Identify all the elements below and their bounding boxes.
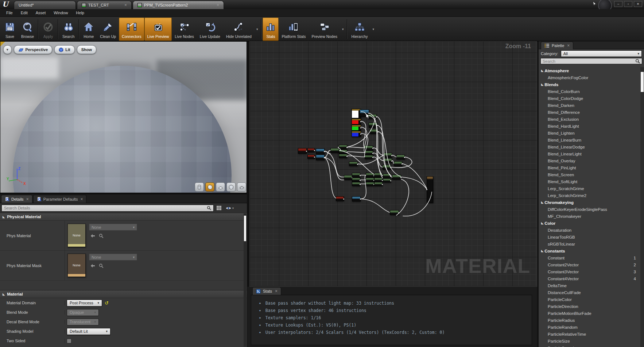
caret-down-icon[interactable]: ▾ bbox=[340, 27, 346, 31]
reset-to-default-icon[interactable]: ↺ bbox=[105, 300, 109, 306]
property-checkbox[interactable] bbox=[67, 339, 71, 343]
menu-edit[interactable]: Edit bbox=[17, 9, 32, 16]
palette-item-blend_lineardodge[interactable]: Blend_LinearDodge bbox=[539, 143, 640, 150]
preview-viewport[interactable]: ▾PerspectiveLitShow ZYX bbox=[0, 41, 247, 193]
close-icon[interactable]: × bbox=[275, 289, 278, 293]
close-icon[interactable]: × bbox=[80, 197, 83, 201]
graph-node-green[interactable] bbox=[394, 161, 402, 166]
home-button[interactable]: Home bbox=[80, 18, 97, 41]
palette-item-diffcolorkeyererodesinglepass[interactable]: DiffColorKeyerErodeSinglePass bbox=[539, 206, 640, 213]
caret-down-icon[interactable]: ▾ bbox=[371, 27, 376, 31]
restore-button[interactable]: ▫ bbox=[624, 1, 632, 7]
graph-node-green[interactable] bbox=[383, 174, 391, 178]
shape-cube-button[interactable] bbox=[226, 182, 236, 192]
hierarchy-button[interactable]: Hierarchy bbox=[349, 18, 371, 41]
palette-item-particlerelativetime[interactable]: ParticleRelativeTime bbox=[539, 331, 640, 338]
browse-button[interactable]: Browse bbox=[18, 18, 37, 41]
palette-category-color[interactable]: ◣Color bbox=[539, 220, 640, 227]
graph-node-green[interactable] bbox=[396, 155, 405, 159]
close-icon[interactable]: × bbox=[26, 197, 29, 201]
shape-sphere-button[interactable] bbox=[205, 182, 214, 192]
close-icon[interactable]: × bbox=[567, 43, 570, 48]
hide-unrelated-button[interactable]: Hide Unrelated bbox=[223, 18, 255, 41]
menu-file[interactable]: File bbox=[2, 9, 17, 16]
palette-item-particlesize[interactable]: ParticleSize bbox=[539, 338, 640, 344]
palette-item-desaturation[interactable]: Desaturation bbox=[539, 227, 640, 234]
shape-cylinder-button[interactable] bbox=[195, 182, 204, 192]
palette-item-particlespeed[interactable]: ParticleSpeed bbox=[539, 344, 640, 347]
tab-parameter-defaults[interactable]: Parameter Defaults × bbox=[33, 195, 87, 203]
graph-node-green[interactable] bbox=[384, 153, 392, 158]
graph-node-blue[interactable] bbox=[316, 149, 325, 154]
visibility-filter-button[interactable]: ▾ bbox=[224, 204, 235, 212]
menu-help[interactable]: Help bbox=[72, 9, 88, 16]
palette-category-constants[interactable]: ◣Constants bbox=[539, 247, 640, 254]
palette-item-particleradius[interactable]: ParticleRadius bbox=[539, 317, 640, 324]
section-physical-material[interactable]: ◣Physical Material bbox=[0, 213, 247, 221]
graph-node-green[interactable] bbox=[366, 178, 374, 182]
tab-details[interactable]: Details × bbox=[1, 195, 32, 203]
graph-node-green[interactable] bbox=[392, 175, 401, 180]
graph-node-green[interactable] bbox=[383, 178, 391, 182]
caret-down-icon[interactable]: ▾ bbox=[255, 27, 260, 31]
graph-node-const[interactable] bbox=[352, 131, 361, 137]
palette-item-lerp_scratchgrime[interactable]: Lerp_ScratchGrime bbox=[539, 185, 640, 192]
graph-node-green[interactable] bbox=[374, 173, 383, 177]
use-selected-icon[interactable] bbox=[90, 264, 95, 269]
palette-scrollbar[interactable] bbox=[640, 67, 644, 347]
palette-item-constant[interactable]: Constant1 bbox=[539, 254, 640, 261]
viewport-lit-button[interactable]: Lit bbox=[54, 45, 74, 54]
graph-node-green[interactable] bbox=[368, 114, 377, 119]
minimize-button[interactable]: – bbox=[614, 1, 622, 7]
palette-item-blend_overlay[interactable]: Blend_Overlay bbox=[539, 157, 640, 164]
palette-item-blend_linearlight[interactable]: Blend_LinearLight bbox=[539, 150, 640, 157]
palette-item-particledirection[interactable]: ParticleDirection bbox=[539, 303, 640, 310]
stats-button[interactable]: Stats bbox=[263, 18, 279, 41]
palette-search-input[interactable]: Search bbox=[540, 58, 642, 64]
viewport-show-button[interactable]: Show bbox=[77, 45, 96, 54]
palette-category-atmosphere[interactable]: ◣Atmosphere bbox=[539, 67, 640, 74]
palette-item-mf_chromakeyer[interactable]: MF_Chromakeyer bbox=[539, 213, 640, 220]
details-search-input[interactable]: Search Details bbox=[1, 205, 214, 212]
palette-item-particlecolor[interactable]: ParticleColor bbox=[539, 296, 640, 303]
palette-item-blend_pinlight[interactable]: Blend_PinLight bbox=[539, 164, 640, 171]
graph-node-green[interactable] bbox=[383, 165, 391, 170]
graph-node-green[interactable] bbox=[365, 151, 373, 155]
live-update-button[interactable]: Live Update bbox=[197, 18, 223, 41]
close-icon[interactable]: × bbox=[124, 3, 127, 7]
palette-item-deltatime[interactable]: DeltaTime bbox=[539, 282, 640, 289]
preview-nodes-button[interactable]: Preview Nodes bbox=[309, 18, 340, 41]
menu-asset[interactable]: Asset bbox=[32, 9, 50, 16]
shape-teapot-button[interactable] bbox=[237, 182, 246, 192]
graph-node-green[interactable] bbox=[390, 210, 399, 215]
palette-item-blend_colorburn[interactable]: Blend_ColorBurn bbox=[539, 88, 640, 95]
palette-item-blend_darken[interactable]: Blend_Darken bbox=[539, 102, 640, 109]
graph-node-green[interactable] bbox=[352, 173, 360, 177]
graph-node-green[interactable] bbox=[352, 178, 360, 182]
palette-category-chromakeying[interactable]: ◣Chromakeying bbox=[539, 199, 640, 206]
asset-select[interactable]: None▾ bbox=[89, 254, 137, 261]
menu-window[interactable]: Window bbox=[50, 9, 72, 16]
grid-view-button[interactable] bbox=[215, 204, 223, 212]
graph-node-green[interactable] bbox=[344, 175, 352, 180]
viewport-perspective-button[interactable]: Perspective bbox=[14, 45, 53, 54]
graph-node-green[interactable] bbox=[374, 178, 383, 182]
property-dropdown[interactable]: Default Lit▾ bbox=[67, 328, 110, 335]
graph-node-tall[interactable] bbox=[427, 176, 433, 203]
palette-item-lerp_scratchgrime2[interactable]: Lerp_ScratchGrime2 bbox=[539, 192, 640, 199]
palette-item-blend_linearburn[interactable]: Blend_LinearBurn bbox=[539, 136, 640, 143]
clean-up-button[interactable]: Clean Up bbox=[97, 18, 119, 41]
graph-node-red[interactable] bbox=[298, 148, 307, 154]
close-button[interactable]: ✕ bbox=[634, 1, 642, 7]
graph-node-green[interactable] bbox=[339, 150, 347, 154]
graph-node-green[interactable] bbox=[366, 182, 374, 186]
palette-item-particlerandom[interactable]: ParticleRandom bbox=[539, 324, 640, 331]
tab-stats[interactable]: Stats × bbox=[252, 287, 281, 295]
close-icon[interactable]: × bbox=[217, 3, 219, 7]
graph-node-green[interactable] bbox=[366, 173, 374, 177]
details-scrollbar[interactable] bbox=[244, 213, 247, 347]
save-button[interactable]: Save bbox=[1, 18, 18, 41]
graph-node-green[interactable] bbox=[330, 148, 340, 153]
palette-item-lineartosrgb[interactable]: LinearTosRGB bbox=[539, 234, 640, 240]
graph-node-red[interactable] bbox=[307, 155, 315, 159]
